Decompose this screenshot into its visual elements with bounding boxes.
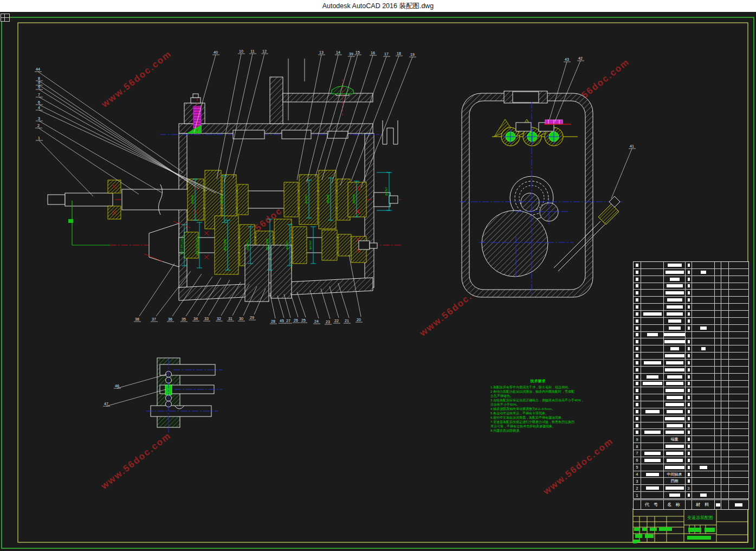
dim-label: Φ37.0H11/a11 [180, 235, 183, 254]
qty-cell [686, 381, 692, 387]
note-cell [729, 485, 748, 491]
name-cell [664, 338, 685, 345]
table-text-block [688, 291, 690, 294]
spare-cell [715, 367, 721, 373]
code-cell [641, 485, 663, 491]
qty-cell [686, 290, 692, 296]
callout-32: 32 [217, 317, 221, 321]
table-text-block [666, 452, 683, 455]
table-text-block [665, 271, 684, 274]
callout-8: 8 [38, 76, 40, 80]
shift-rail [327, 131, 348, 138]
callout-40: 40 [214, 50, 218, 54]
callout-45: 45 [280, 319, 284, 323]
code-cell [641, 332, 663, 338]
dim-label: Φ50H6 [352, 194, 356, 204]
qty-cell: 3 [686, 485, 692, 491]
leader-line [290, 293, 298, 317]
code-cell [641, 262, 663, 268]
material-cell [692, 381, 714, 387]
titleblock-entry [635, 534, 642, 538]
spare-cell [721, 332, 728, 338]
material-cell [692, 304, 714, 310]
note-cell [729, 429, 748, 435]
spare-cell [715, 485, 721, 491]
callout-11: 11 [250, 49, 254, 53]
spare-cell [715, 262, 721, 268]
name-cell [664, 415, 685, 422]
gear-section [284, 182, 298, 217]
table-text-block [667, 410, 683, 413]
code-cell [641, 429, 663, 435]
table-text-block [688, 466, 690, 469]
item-no-cell [634, 311, 641, 317]
note-cell [729, 401, 748, 408]
table-text-block [700, 326, 707, 330]
table-text-block [688, 305, 690, 309]
spare-cell [721, 450, 728, 457]
spare-cell [721, 338, 728, 345]
titleblock-entry [659, 527, 672, 531]
code-cell [641, 345, 663, 352]
note-cell [729, 408, 748, 415]
leader-line [340, 56, 386, 185]
note-cell [729, 394, 748, 401]
qty-cell [686, 436, 692, 443]
code-cell [641, 297, 663, 303]
name-cell [664, 283, 685, 290]
material-cell [692, 325, 714, 331]
material-cell [692, 353, 714, 359]
item-no-cell [634, 338, 641, 345]
code-cell [641, 374, 663, 380]
code-cell [641, 360, 663, 366]
callout-7: 7 [38, 93, 40, 97]
spare-cell [721, 345, 728, 352]
leader-line [361, 57, 412, 188]
code-cell [641, 422, 663, 429]
drawing-canvas[interactable]: www.56doc.comwww.56doc.comwww.56doc.comw… [0, 12, 756, 551]
spare-cell [715, 276, 721, 283]
material-cell [692, 345, 714, 352]
qty-cell [686, 332, 692, 338]
material-cell [692, 471, 714, 478]
code-cell [641, 492, 663, 498]
table-text-block [636, 326, 638, 330]
callout-36: 36 [168, 317, 172, 321]
table-text-block [664, 340, 685, 343]
table-text-block [636, 291, 638, 294]
item-no-cell [634, 415, 641, 422]
table-text-block [646, 486, 659, 490]
code-cell [641, 338, 663, 345]
material-cell [692, 367, 714, 373]
qty-cell [686, 408, 692, 415]
leader-line [307, 55, 338, 182]
item-no-cell: 1 [634, 492, 641, 498]
callout-2: 2 [37, 124, 40, 127]
header-cell [715, 500, 721, 509]
spare-cell [721, 311, 728, 317]
material-cell [692, 262, 714, 268]
note-cell [729, 492, 748, 498]
material-cell [692, 485, 714, 491]
table-text-block [688, 264, 690, 267]
table-text-block [688, 396, 690, 399]
spare-cell [715, 325, 721, 331]
note-cell [729, 338, 748, 345]
callout-37: 37 [152, 317, 156, 321]
name-cell [664, 304, 685, 310]
table-text-block [688, 354, 690, 357]
callout-31: 31 [228, 317, 232, 321]
name-cell [664, 311, 685, 317]
callout-5: 5 [38, 85, 40, 89]
titleblock-entry [633, 541, 637, 543]
spare-cell [715, 429, 721, 435]
cone-section [149, 223, 179, 267]
table-text-block [667, 396, 683, 399]
gear-section [237, 184, 248, 215]
note-line: 6.密封件安装前涂润滑脂，装配后不得有漏油现象。 [490, 415, 585, 420]
table-text-block [636, 389, 638, 392]
item-no-cell [634, 345, 641, 352]
qty-cell [686, 276, 692, 283]
item-no-cell [634, 290, 641, 296]
spare-cell [715, 436, 721, 443]
